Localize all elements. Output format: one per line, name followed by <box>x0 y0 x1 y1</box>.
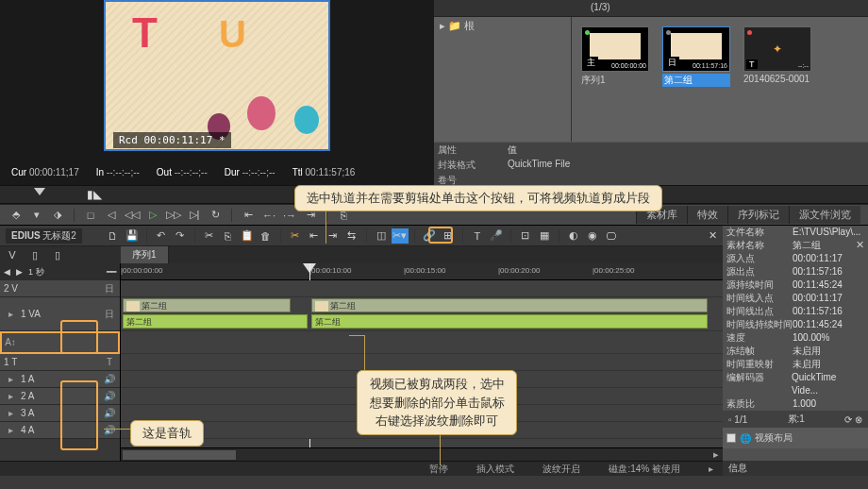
clip[interactable]: 第二组 <box>311 314 708 329</box>
track-row[interactable] <box>121 354 723 371</box>
redo-icon[interactable]: ↷ <box>172 228 189 244</box>
save-icon[interactable]: 💾 <box>124 228 141 244</box>
speaker-icon[interactable]: 🔊 <box>103 408 116 418</box>
status-bar: 暂停 插入模式 波纹开启 磁盘:14% 被使用 ▸ <box>0 461 723 476</box>
chevron-left-icon[interactable]: ◀ <box>4 267 10 277</box>
tab-source-browser[interactable]: 源文件浏览 <box>789 206 860 224</box>
close-icon[interactable]: ✕ <box>856 239 864 251</box>
speaker-icon[interactable]: 🔊 <box>103 374 116 384</box>
asset-thumb[interactable]: 主 00:00:00:00 序列1 <box>581 26 649 87</box>
speaker-icon[interactable]: 🔊 <box>103 391 116 401</box>
track-header[interactable]: ▸ 1 VA 日 <box>0 297 120 331</box>
play-icon[interactable]: ▷ <box>144 208 161 223</box>
layout-icon[interactable]: ⊡ <box>517 228 534 244</box>
annotation-callout: 这是音轨 <box>130 420 204 447</box>
cut-icon[interactable]: ✂ <box>201 228 218 244</box>
loop-icon[interactable]: ↻ <box>207 208 224 223</box>
preview-monitor[interactable]: T U <box>104 0 330 151</box>
multicam-icon[interactable]: ▦ <box>536 228 553 244</box>
prev-frame-icon[interactable]: ◁ <box>103 208 120 223</box>
sync-icon[interactable]: ▸ <box>4 309 17 319</box>
track-header[interactable]: A↕ <box>0 331 120 354</box>
copy-icon[interactable]: ⎘ <box>220 228 237 244</box>
video-audio-icon[interactable]: 日 <box>103 308 116 321</box>
checkbox-icon[interactable] <box>726 433 736 443</box>
lock-icon[interactable]: V <box>4 247 21 262</box>
track-header[interactable]: ▸2 A 🔊 <box>0 388 120 405</box>
track-header[interactable]: ▸3 A 🔊 <box>0 405 120 422</box>
fast-forward-icon[interactable]: ▷▷ <box>165 208 182 223</box>
timeline-scrollbar[interactable]: ▸ <box>121 447 723 461</box>
cut-point-button[interactable]: ✂▾ <box>392 228 409 244</box>
goto-in-icon[interactable]: ⇤ <box>240 208 257 223</box>
video-layout-row[interactable]: 🌐 视频布局 <box>723 428 868 448</box>
undo-icon[interactable]: ↶ <box>153 228 170 244</box>
tab-markers[interactable]: 序列标记 <box>727 206 789 224</box>
speaker-icon[interactable]: 🔊 <box>103 425 116 435</box>
sequence-tab[interactable]: 序列1 <box>121 246 169 263</box>
asset-label: 第二组 <box>662 74 730 87</box>
preview-panel: T U Rcd 00:00:11:17 * Cur 00:00:11;17 In… <box>0 0 434 185</box>
voiceover-icon[interactable]: 🎤 <box>488 228 505 244</box>
group-icon[interactable]: ⊞ <box>440 228 457 244</box>
refresh-icon[interactable]: ⟳ <box>844 414 852 425</box>
chevron-right-icon[interactable]: ▸ <box>709 464 713 474</box>
razor-icon[interactable]: ✂ <box>287 228 304 244</box>
playhead-marker-icon[interactable]: ▮◣ <box>87 188 102 201</box>
track-header[interactable]: ▸4 A 🔊 <box>0 422 120 439</box>
rewind-icon[interactable]: ◁◁ <box>124 208 141 223</box>
next-frame-icon[interactable]: ▷| <box>186 208 203 223</box>
marker-icon[interactable]: ▾ <box>28 208 45 223</box>
in-flag-icon[interactable] <box>34 188 45 195</box>
layout-label: 视频布局 <box>755 431 793 445</box>
new-icon[interactable]: 🗋 <box>105 228 122 244</box>
track-header[interactable]: 1 T T <box>0 354 120 371</box>
video-icon[interactable]: 日 <box>103 282 116 295</box>
asset-panel: (1/3) ▸ 📁 根 主 00:00:00:00 序列1 <box>434 0 868 185</box>
scale-label: 1 秒 <box>28 266 44 278</box>
transition-icon[interactable]: ◫ <box>373 228 390 244</box>
goto-prev-icon[interactable]: ←· <box>260 208 277 223</box>
asset-label: 序列1 <box>581 74 649 87</box>
stop-icon[interactable]: □ <box>82 208 99 223</box>
render-icon[interactable]: ◉ <box>584 228 601 244</box>
set-out-icon[interactable]: ⬗ <box>49 208 66 223</box>
globe-icon: 🌐 <box>740 433 751 444</box>
ripple-icon[interactable]: ⇆ <box>343 228 360 244</box>
asset-thumb[interactable]: 日 00:11:57:16 第二组 <box>662 26 730 87</box>
delete-icon[interactable]: 🗑 <box>258 228 275 244</box>
link-icon[interactable]: 🔗 <box>421 228 438 244</box>
track-header[interactable]: ▸1 A 🔊 <box>0 371 120 388</box>
asset-tree[interactable]: ▸ 📁 根 <box>434 17 572 142</box>
timeline-ruler[interactable]: |00:00:00:00 |00:00:10:00 |00:00:15:00 |… <box>121 263 723 280</box>
asset-tree-root[interactable]: ▸ 📁 根 <box>434 17 571 35</box>
status-insert-mode: 插入模式 <box>476 463 514 476</box>
timeline-scale[interactable]: ◀ ▶ 1 秒 ━━ <box>0 263 120 280</box>
track-header[interactable]: 2 V 日 <box>0 280 120 297</box>
paste-icon[interactable]: 📋 <box>239 228 256 244</box>
asset-thumb[interactable]: ✦ T --:-- 20140625-0001 <box>743 26 811 84</box>
track-row[interactable] <box>121 331 723 354</box>
toggle-icon[interactable]: ◐ <box>565 228 582 244</box>
track-row[interactable]: 第二组 第二组 第二组 第二组 <box>121 297 723 331</box>
trim-out-icon[interactable]: ⇥ <box>325 228 342 244</box>
track-row[interactable] <box>121 280 723 297</box>
trim-in-icon[interactable]: ⇤ <box>306 228 323 244</box>
chevron-right-icon[interactable]: ▶ <box>16 267 23 277</box>
title-track-icon[interactable]: T <box>103 357 116 367</box>
clip[interactable]: 第二组 <box>123 298 291 312</box>
title-icon[interactable]: T <box>469 228 486 244</box>
audio-toggle-icon[interactable]: ▯ <box>49 247 66 262</box>
timecode-row: Cur 00:00:11;17 In --:--:--;-- Out --:--… <box>0 167 434 177</box>
info-pager[interactable]: ▫ 1/1 累:1 ⟳ ⊗ <box>723 411 868 428</box>
close-icon[interactable]: ✕ <box>706 228 719 242</box>
tab-effects[interactable]: 特效 <box>687 206 727 224</box>
clip[interactable]: 第二组 <box>311 298 708 312</box>
properties-table: 属性值 封装格式QuickTime File 卷号 <box>434 142 868 185</box>
clip[interactable]: 第二组 <box>123 314 308 329</box>
video-toggle-icon[interactable]: ▯ <box>26 247 43 262</box>
monitor-icon[interactable]: 🖵 <box>603 228 620 244</box>
set-in-icon[interactable]: ⬘ <box>8 208 25 223</box>
close-small-icon[interactable]: ⊗ <box>855 414 862 425</box>
clip-info-table: 文件名称E:\TVUS\Play\... 素材名称第二组 源入点00:00:11… <box>723 226 868 411</box>
